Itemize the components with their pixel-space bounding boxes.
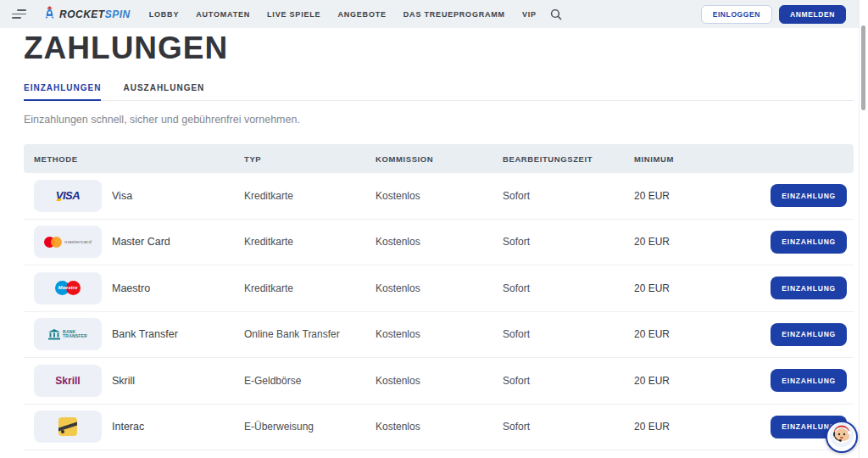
column-header-methode: METHODE xyxy=(34,154,244,164)
payments-table: METHODETYPKOMMISSIONBEARBEITUNGSZEITMINI… xyxy=(24,144,854,450)
payment-logo-box: VISA xyxy=(34,180,102,212)
brand-logo[interactable]: ROCKETSPIN xyxy=(43,5,131,24)
table-header-row: METHODETYPKOMMISSIONBEARBEITUNGSZEITMINI… xyxy=(24,144,854,173)
method-name: Master Card xyxy=(112,236,170,248)
visa-logo: VISA xyxy=(56,189,80,202)
minimum-amount: 20 EUR xyxy=(634,190,748,202)
processing-time: Sofort xyxy=(503,328,634,340)
method-type: Kreditkarte xyxy=(244,282,376,294)
method-cell: BANKTRANSFERBank Transfer xyxy=(34,318,244,350)
tab-auszahlungen[interactable]: AUSZAHLUNGEN xyxy=(123,83,204,101)
payment-logo-box xyxy=(34,411,102,443)
processing-time: Sofort xyxy=(503,421,634,433)
payment-row-maestro: MaestroMaestroKreditkarteKostenlosSofort… xyxy=(24,265,854,312)
nav-item-vip[interactable]: VIP xyxy=(522,10,537,19)
minimum-amount: 20 EUR xyxy=(634,375,748,387)
bank-transfer-logo: BANKTRANSFER xyxy=(48,329,87,340)
method-name: Skrill xyxy=(112,375,135,387)
deposit-button[interactable]: EINZAHLUNG xyxy=(771,184,847,207)
brand-name-left: ROCKET xyxy=(59,8,105,20)
column-header-bearbeitungszeit: BEARBEITUNGSZEIT xyxy=(503,154,634,164)
commission-value: Kostenlos xyxy=(376,421,503,433)
search-icon[interactable] xyxy=(550,8,562,20)
deposit-button[interactable]: EINZAHLUNG xyxy=(771,276,847,299)
processing-time: Sofort xyxy=(503,282,634,294)
mastercard-logo: mastercard xyxy=(44,237,92,248)
processing-time: Sofort xyxy=(503,190,634,202)
page-description: Einzahlungen schnell, sicher und gebühre… xyxy=(24,114,854,126)
nav-item-das-treueprogramm[interactable]: DAS TREUEPROGRAMM xyxy=(403,10,505,19)
column-header-kommission: KOMMISSION xyxy=(376,154,503,164)
page-title: ZAHLUNGEN xyxy=(24,32,854,64)
minimum-amount: 20 EUR xyxy=(634,421,748,433)
tab-einzahlungen[interactable]: EINZAHLUNGEN xyxy=(24,83,101,101)
method-name: Bank Transfer xyxy=(112,328,178,340)
method-cell: MaestroMaestro xyxy=(34,272,244,304)
payment-row-interac: InteracE-ÜberweisungKostenlosSofort20 EU… xyxy=(24,405,854,451)
processing-time: Sofort xyxy=(503,375,634,387)
live-chat-button[interactable] xyxy=(826,421,858,453)
commission-value: Kostenlos xyxy=(376,190,503,202)
nav-item-lobby[interactable]: LOBBY xyxy=(149,10,180,19)
main-content: ZAHLUNGEN EINZAHLUNGENAUSZAHLUNGEN Einza… xyxy=(0,28,868,450)
scrollbar-thumb[interactable] xyxy=(861,25,865,110)
brand-name-right: SPIN xyxy=(105,8,131,20)
payment-row-visa: VISAVisaKreditkarteKostenlosSofort20 EUR… xyxy=(24,173,854,220)
method-type: Kreditkarte xyxy=(244,190,376,202)
method-cell: Interac xyxy=(34,411,244,443)
nav-item-automaten[interactable]: AUTOMATEN xyxy=(196,10,250,19)
method-name: Maestro xyxy=(112,282,150,294)
table-body: VISAVisaKreditkarteKostenlosSofort20 EUR… xyxy=(24,173,854,450)
payment-logo-box: BANKTRANSFER xyxy=(34,318,102,350)
method-type: Kreditkarte xyxy=(244,236,376,248)
method-type: E-Überweisung xyxy=(244,421,376,433)
login-button[interactable]: EINLOGGEN xyxy=(701,5,772,24)
method-type: Online Bank Transfer xyxy=(244,328,376,340)
payment-logo-box: Maestro xyxy=(34,272,102,304)
skrill-logo: Skrill xyxy=(55,375,80,387)
rocket-icon xyxy=(43,5,56,24)
method-type: E-Geldbörse xyxy=(244,375,376,387)
commission-value: Kostenlos xyxy=(376,236,503,248)
signup-button[interactable]: ANMELDEN xyxy=(779,5,846,24)
nav-item-angebote[interactable]: ANGEBOTE xyxy=(337,10,386,19)
commission-value: Kostenlos xyxy=(376,282,503,294)
deposit-button[interactable]: EINZAHLUNG xyxy=(771,323,847,346)
method-cell: SkrillSkrill xyxy=(34,365,244,397)
payment-row-banktransfer: BANKTRANSFERBank TransferOnline Bank Tra… xyxy=(24,312,854,359)
processing-time: Sofort xyxy=(503,236,634,248)
scrollbar-track[interactable] xyxy=(859,0,868,458)
payment-logo-box: mastercard xyxy=(34,226,102,258)
column-header-typ: TYP xyxy=(244,154,376,164)
column-header-minimum: MINIMUM xyxy=(634,154,748,164)
minimum-amount: 20 EUR xyxy=(634,282,748,294)
minimum-amount: 20 EUR xyxy=(634,236,748,248)
nav-item-live-spiele[interactable]: LIVE SPIELE xyxy=(267,10,320,19)
tab-bar: EINZAHLUNGENAUSZAHLUNGEN xyxy=(24,83,854,101)
payment-row-skrill: SkrillSkrillE-GeldbörseKostenlosSofort20… xyxy=(24,358,854,405)
commission-value: Kostenlos xyxy=(376,375,503,387)
method-cell: mastercardMaster Card xyxy=(34,226,244,258)
support-agent-icon xyxy=(829,422,854,451)
menu-icon[interactable] xyxy=(12,9,26,19)
interac-logo xyxy=(58,417,77,436)
top-navbar: ROCKETSPIN LOBBYAUTOMATENLIVE SPIELEANGE… xyxy=(0,0,868,28)
method-name: Visa xyxy=(112,190,132,202)
deposit-button[interactable]: EINZAHLUNG xyxy=(771,231,847,254)
maestro-logo: Maestro xyxy=(55,281,81,295)
method-cell: VISAVisa xyxy=(34,180,244,212)
minimum-amount: 20 EUR xyxy=(634,328,748,340)
nav-links: LOBBYAUTOMATENLIVE SPIELEANGEBOTEDAS TRE… xyxy=(149,10,537,19)
commission-value: Kostenlos xyxy=(376,328,503,340)
payment-row-mastercard: mastercardMaster CardKreditkarteKostenlo… xyxy=(24,220,854,266)
payment-logo-box: Skrill xyxy=(34,365,102,397)
deposit-button[interactable]: EINZAHLUNG xyxy=(771,369,847,392)
method-name: Interac xyxy=(112,421,144,433)
